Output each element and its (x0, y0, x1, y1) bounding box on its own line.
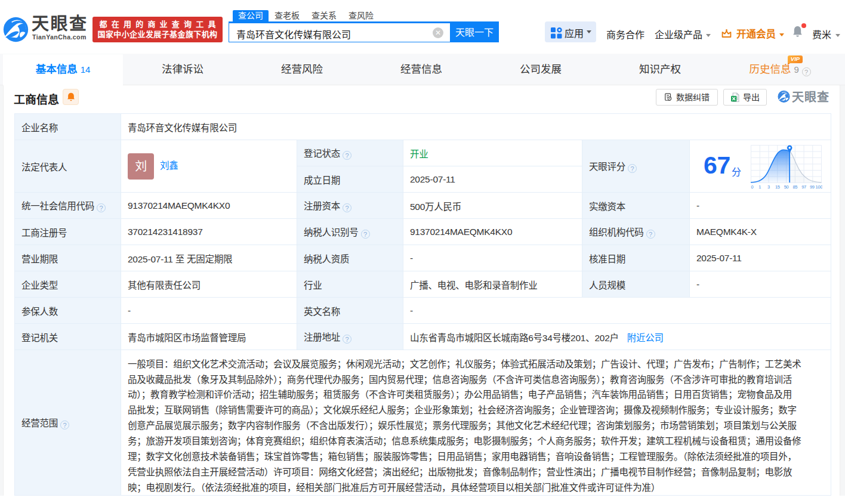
svg-text:100: 100 (816, 184, 822, 190)
svg-text:97: 97 (801, 184, 806, 190)
svg-text:天眼查: 天眼查 (792, 90, 829, 103)
svg-text:3: 3 (767, 184, 770, 190)
svg-text:15: 15 (775, 184, 780, 190)
svg-text:85: 85 (792, 184, 797, 190)
svg-text:0: 0 (751, 184, 754, 190)
svg-text:50: 50 (784, 184, 789, 190)
svg-text:1: 1 (758, 184, 761, 190)
svg-text:99: 99 (810, 184, 815, 190)
